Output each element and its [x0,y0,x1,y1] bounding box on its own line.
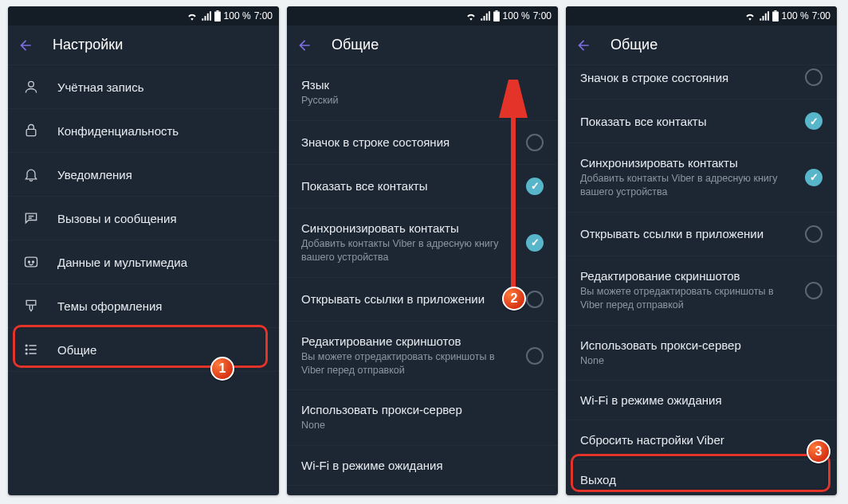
app-bar: Общие [287,25,558,65]
sublabel: Вы можете отредактировать скриншоты в Vi… [580,285,787,312]
settings-item-themes[interactable]: Темы оформления [8,284,279,328]
item-open-links[interactable]: Открывать ссылки в приложении [287,278,558,322]
label: Данные и мультимедиа [57,256,265,269]
sublabel: Вы можете отредактировать скриншоты в Vi… [301,350,508,377]
page-title: Настройки [53,37,123,53]
label: Показать все контакты [301,179,508,193]
list-icon [22,341,40,358]
status-bar: 100 % 7:00 [8,6,279,25]
label: Открывать ссылки в приложении [580,227,787,240]
svg-point-6 [33,261,34,263]
sublabel: Добавить контакты Viber в адресную книгу… [580,172,787,199]
settings-item-media[interactable]: Данные и мультимедиа [8,240,279,284]
item-sync-contacts[interactable]: Синхронизировать контакты Добавить конта… [287,209,558,278]
settings-item-calls[interactable]: Вызовы и сообщения [8,197,279,240]
label: Wi-Fi в режиме ожидания [580,393,822,407]
label: Синхронизировать контакты [301,221,508,235]
status-bar: 100 % 7:00 [287,6,558,25]
radio-off[interactable] [805,68,822,86]
label: Значок в строке состояния [580,71,787,84]
clock-time: 7:00 [533,10,552,21]
sublabel: Добавить контакты Viber в адресную книгу… [301,237,508,264]
app-bar: Настройки [8,25,279,65]
radio-on[interactable] [526,178,544,195]
label: Значок в строке состояния [301,135,508,149]
item-status-icon[interactable]: Значок в строке состояния [566,61,837,100]
wifi-icon [186,11,198,21]
battery-percent: 100 % [224,10,251,21]
label: Сбросить настройки Viber [580,433,822,447]
item-wifi-standby[interactable]: Wi-Fi в режиме ожидания [566,381,837,420]
radio-on[interactable] [805,169,822,186]
item-reset[interactable]: Сбросить настройки Viber [287,486,558,495]
svg-point-8 [26,349,27,350]
label: Конфиденциальность [57,124,265,138]
radio-off[interactable] [526,291,544,308]
radio-off[interactable] [805,282,822,299]
item-sync-contacts[interactable]: Синхронизировать контакты Добавить конта… [566,143,837,213]
back-icon[interactable] [296,37,312,53]
label: Wi-Fi в режиме ожидания [301,459,544,472]
screen-general-top: 100 % 7:00 Общие Язык Русский Значок в с… [287,6,558,495]
app-bar: Общие [566,25,837,65]
item-exit[interactable]: Выход [566,460,837,495]
battery-icon [214,10,221,21]
signal-icon [201,11,211,21]
settings-item-privacy[interactable]: Конфиденциальность [8,109,279,153]
label: Общие [57,343,265,357]
item-wifi-standby[interactable]: Wi-Fi в режиме ожидания [287,446,558,486]
value: Русский [301,94,544,107]
settings-item-general[interactable]: Общие [8,328,279,372]
lock-icon [22,122,40,139]
item-screenshots[interactable]: Редактирование скриншотов Вы можете отре… [566,256,837,326]
svg-rect-0 [214,12,221,21]
general-list[interactable]: Язык Русский Значок в строке состояния П… [287,65,558,495]
battery-percent: 100 % [503,10,530,21]
radio-off[interactable] [805,225,822,243]
label: Язык [301,78,544,92]
item-language[interactable]: Язык Русский [287,65,558,121]
radio-off[interactable] [526,134,544,151]
label: Темы оформления [57,299,265,313]
wifi-icon [744,11,756,21]
label: Открывать ссылки в приложении [301,292,508,306]
item-show-contacts[interactable]: Показать все контакты [287,165,558,209]
label: Использовать прокси-сервер [580,338,822,352]
label: Синхронизировать контакты [580,156,787,170]
item-screenshots[interactable]: Редактирование скриншотов Вы можете отре… [287,322,558,391]
back-icon[interactable] [18,37,33,53]
sublabel: None [301,419,544,432]
battery-icon [772,10,779,21]
item-open-links[interactable]: Открывать ссылки в приложении [566,213,837,256]
svg-rect-14 [774,10,776,12]
sublabel: None [580,354,822,368]
radio-on[interactable] [805,112,822,130]
settings-list: Учётная запись Конфиденциальность Уведом… [8,65,279,495]
item-proxy[interactable]: Использовать прокси-сервер None [566,326,837,381]
screen-general-bottom: 100 % 7:00 Общие Значок в строке состоян… [566,6,837,495]
item-status-icon[interactable]: Значок в строке состояния [287,121,558,165]
chat-icon [22,209,40,227]
settings-item-account[interactable]: Учётная запись [8,65,279,109]
radio-on[interactable] [526,234,544,252]
brush-icon [22,297,40,315]
svg-point-9 [26,353,27,354]
label: Вызовы и сообщения [57,212,265,225]
back-icon[interactable] [575,37,591,53]
radio-off[interactable] [526,347,544,365]
general-list-scrolled[interactable]: Значок в строке состояния Показать все к… [566,61,837,495]
item-proxy[interactable]: Использовать прокси-сервер None [287,390,558,446]
label: Редактирование скриншотов [301,334,508,348]
bell-icon [22,166,40,183]
settings-item-notifications[interactable]: Уведомления [8,153,279,197]
user-icon [22,78,40,96]
signal-icon [480,11,490,21]
item-reset[interactable]: Сбросить настройки Viber [566,420,837,460]
svg-rect-11 [495,10,497,12]
svg-rect-13 [772,12,779,21]
status-bar: 100 % 7:00 [566,6,837,25]
label: Выход [580,473,822,486]
svg-point-7 [26,345,27,346]
svg-rect-1 [216,10,218,12]
item-show-contacts[interactable]: Показать все контакты [566,100,837,143]
